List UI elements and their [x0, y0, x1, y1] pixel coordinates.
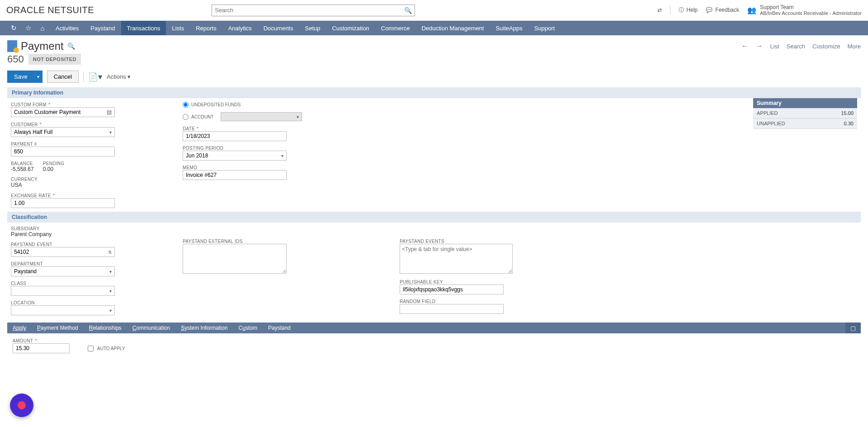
nav-lists[interactable]: Lists [166, 21, 190, 35]
tab-communication[interactable]: Communication [127, 323, 175, 333]
nav-activities[interactable]: Activities [50, 21, 85, 35]
nav-commerce[interactable]: Commerce [375, 21, 416, 35]
home-icon[interactable]: ⌂ [35, 21, 50, 35]
posting-period-select[interactable]: ▾ [183, 151, 287, 161]
primary-form: CUSTOM FORM* ▤ CUSTOMER* ▾ PAYMENT # BAL… [0, 98, 868, 212]
actions-menu[interactable]: Actions ▾ [107, 73, 131, 80]
pending-value: 0.00 [43, 166, 65, 172]
tab-paystand[interactable]: Paystand [263, 323, 296, 333]
recent-icon[interactable]: ↻ [6, 21, 21, 35]
classification-form: SUBSIDIARY Parent Company PAYSTAND EVENT… [0, 223, 868, 319]
next-record-arrow[interactable]: → [756, 42, 763, 50]
publishable-key-input[interactable] [400, 285, 504, 294]
tabs-expand-icon[interactable]: ▢ [845, 323, 861, 333]
more-link[interactable]: More [847, 43, 861, 50]
shortcuts-button[interactable]: 📄▾ [88, 72, 102, 82]
action-row: Save ▾ Cancel 📄▾ Actions ▾ [0, 69, 868, 87]
feedback-link[interactable]: 💬Feedback [706, 7, 739, 13]
publishable-key-label: PUBLISHABLE KEY [400, 280, 553, 285]
exchange-rate-input[interactable] [11, 198, 115, 208]
favorites-icon[interactable]: ☆ [21, 21, 35, 35]
sub-tabs: Apply Payment Method Relationships Commu… [7, 323, 861, 333]
date-label: DATE* [183, 126, 382, 131]
department-label: DEPARTMENT [11, 261, 165, 266]
user-icon: 👥 [747, 6, 756, 14]
search-icon[interactable]: 🔍 [404, 7, 412, 14]
updown-icon[interactable]: ⇅ [108, 250, 112, 255]
prev-record-arrow[interactable]: ← [741, 42, 749, 50]
help-link[interactable]: ⓘHelp [679, 6, 698, 14]
chevron-down-icon[interactable]: ▾ [109, 130, 112, 135]
department-select[interactable]: ▾ [11, 266, 115, 276]
paystand-ext-ids-label: PAYSTAND EXTERNAL IDS [183, 239, 382, 244]
list-link[interactable]: List [770, 43, 779, 50]
undeposited-radio-row[interactable]: UNDEPOSITED FUNDS [183, 102, 382, 108]
tab-custom[interactable]: Custom [233, 323, 263, 333]
nav-setup[interactable]: Setup [299, 21, 326, 35]
pending-label: PENDING [43, 161, 65, 166]
tab-relationships[interactable]: Relationships [84, 323, 127, 333]
nav-transactions[interactable]: Transactions [121, 21, 166, 35]
location-select[interactable]: ▾ [11, 305, 115, 315]
sub-header: 650 NOT DEPOSITED [0, 52, 868, 69]
cancel-button[interactable]: Cancel [47, 71, 79, 83]
search-link[interactable]: Search [787, 43, 805, 50]
tab-system-info[interactable]: System Information [175, 323, 233, 333]
nav-paystand[interactable]: Paystand [85, 21, 121, 35]
undeposited-radio[interactable] [183, 102, 189, 108]
page-header: Payment 🔍 ← → List Search Customize More [0, 35, 868, 52]
account-radio[interactable] [183, 114, 189, 120]
account-radio-row[interactable]: ACCOUNT ▾ [183, 112, 382, 121]
nav-suiteapps[interactable]: SuiteApps [490, 21, 528, 35]
summary-applied: APPLIED 15.00 [753, 108, 857, 119]
nav-support[interactable]: Support [528, 21, 561, 35]
chevron-down-icon[interactable]: ▾ [281, 153, 283, 158]
chevron-down-icon[interactable]: ▾ [109, 269, 112, 274]
paystand-ext-ids-textarea[interactable] [183, 244, 287, 274]
list-icon[interactable]: ▤ [107, 109, 112, 115]
customer-select[interactable]: ▾ [11, 127, 115, 137]
chevron-down-icon[interactable]: ▾ [109, 308, 112, 313]
section-primary-info: Primary Information [7, 87, 861, 98]
exchange-rate-label: EXCHANGE RATE* [11, 193, 165, 198]
nav-customization[interactable]: Customization [326, 21, 375, 35]
customize-link[interactable]: Customize [812, 43, 840, 50]
date-input[interactable] [183, 131, 287, 141]
chevron-down-icon[interactable]: ▾ [109, 289, 112, 294]
location-label: LOCATION [11, 300, 165, 305]
custom-form-select[interactable]: ▤ [11, 107, 115, 117]
logo: ORACLENETSUITE [6, 5, 94, 15]
payment-no-label: PAYMENT # [11, 142, 165, 147]
page-search-icon[interactable]: 🔍 [67, 43, 75, 50]
class-col-2: PAYSTAND EXTERNAL IDS [183, 226, 382, 315]
nav-analytics[interactable]: Analytics [222, 21, 258, 35]
user-menu[interactable]: 👥 Support Team AB/InBev Accounts Receiva… [747, 4, 862, 17]
auto-apply-checkbox[interactable] [88, 346, 94, 351]
tab-apply[interactable]: Apply [7, 323, 32, 333]
class-col-3: PAYSTAND EVENTS PUBLISHABLE KEY RANDOM F… [400, 226, 553, 315]
logo-oracle: ORACLE [6, 5, 45, 15]
random-field-input[interactable] [400, 304, 504, 314]
save-dropdown-button[interactable]: ▾ [34, 71, 42, 83]
shortcuts-icon[interactable]: ⇄ [657, 7, 662, 13]
apply-tab-content: AMOUNT* AUTO APPLY [0, 333, 868, 358]
memo-input[interactable] [183, 170, 287, 180]
nav-documents[interactable]: Documents [258, 21, 299, 35]
payment-amount-input[interactable] [13, 343, 70, 353]
save-button[interactable]: Save [7, 71, 34, 83]
nav-deduction[interactable]: Deduction Management [415, 21, 490, 35]
nav-reports[interactable]: Reports [190, 21, 222, 35]
tab-payment-method[interactable]: Payment Method [32, 323, 84, 333]
class-select[interactable]: ▾ [11, 286, 115, 296]
global-search[interactable]: 🔍 [212, 5, 415, 16]
payment-no-input[interactable] [11, 147, 115, 157]
auto-apply-row[interactable]: AUTO APPLY [88, 346, 125, 351]
paystand-events-textarea[interactable] [400, 244, 513, 274]
top-right: ⇄ ⓘHelp 💬Feedback 👥 Support Team AB/InBe… [657, 4, 862, 17]
search-input[interactable] [215, 7, 404, 14]
account-select[interactable]: ▾ [221, 112, 302, 121]
paystand-event-select[interactable]: ⇅ [11, 247, 115, 257]
posting-period-label: POSTING PERIOD [183, 146, 382, 151]
status-badge: NOT DEPOSITED [28, 54, 81, 65]
balance-label: BALANCE [11, 161, 34, 166]
